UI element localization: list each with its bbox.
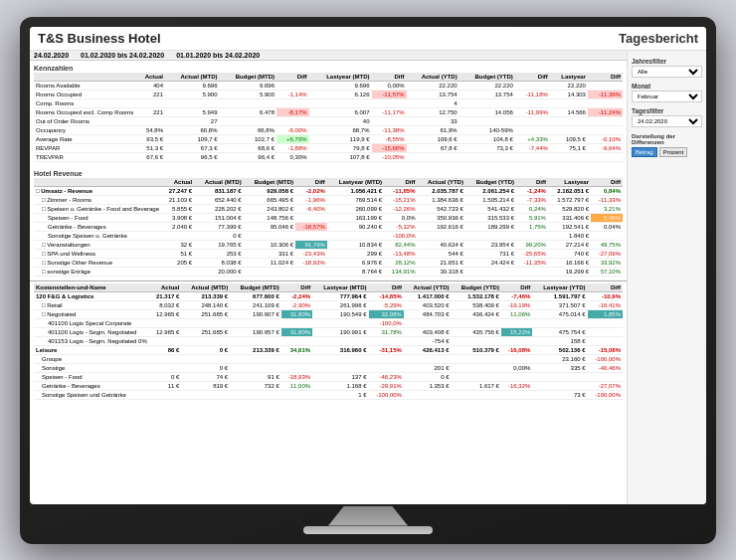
col-actual-mtd: Actual (MTD) — [194, 178, 244, 187]
table-row: 401100 Logis Specal Corporate -100,0% — [34, 318, 623, 327]
table-row: REVPAR 51,3 € 67,3 € 68,6 € -1,88% 79,8 … — [34, 143, 623, 152]
col-name — [34, 178, 161, 187]
tagesfilter-select[interactable]: 24.02.2020 — [632, 115, 702, 127]
col-diff2: Diff — [384, 178, 417, 187]
screen: T&S Business Hotel Tagesbericht 24.02.20… — [30, 27, 706, 504]
monitor-base — [303, 526, 433, 534]
col-actual-ytd: Actual (YTD) — [418, 178, 465, 187]
hotel-revenue-section: Hotel Revenue Actual Actual (MTD) Budget… — [30, 166, 627, 279]
col-diff2: Diff — [369, 283, 404, 292]
col-lastyear: Lastyear (MTD) — [309, 73, 372, 82]
col-diff1: Diff — [276, 73, 309, 82]
col-diff2: Diff — [372, 73, 407, 82]
col-actual-mtd: Actual (MTD) — [165, 73, 219, 82]
table-row: Groupe 23.160 € — [34, 354, 623, 363]
hotel-revenue-title: Hotel Revenue — [34, 170, 623, 177]
table-row: □ Umsatz - Revenue 27.247 € 831.187 € 92… — [34, 186, 623, 195]
header: T&S Business Hotel Tagesbericht — [30, 27, 706, 51]
btn-betrag[interactable]: Betrag — [632, 147, 657, 157]
col-lastyear: Lastyear (MTD) — [327, 178, 384, 187]
table-row: Leisure 86 € 0 € 213.339 € 34,61% 316.96… — [34, 345, 623, 354]
col-budget-mtd: Budget (MTD) — [244, 178, 295, 187]
darstellung-label: Darstellung der Differenzen — [632, 133, 702, 145]
table-row: Rooms Available 404 9.696 9.696 9.696 0,… — [34, 81, 623, 90]
monitor-stand — [328, 506, 408, 526]
col-lastyear2: Lastyear — [550, 73, 588, 82]
jahresfilter-select[interactable]: Alle — [632, 66, 702, 78]
table-row: 401100 Logis - Segm. Negotiated 12.965 €… — [34, 327, 623, 336]
monitor: T&S Business Hotel Tagesbericht 24.02.20… — [20, 17, 716, 544]
table-row: Getränke - Beverages 2.040 € 77.399 € 95… — [34, 222, 623, 231]
date-range-mtd: 01.02.2020 bis 24.02.2020 — [81, 52, 164, 59]
col-diff4: Diff — [588, 283, 623, 292]
col-actual-ytd: Actual (YTD) — [407, 73, 460, 82]
darstellung-buttons: Betrag Prozent — [632, 147, 702, 157]
hotel-revenue-table: Actual Actual (MTD) Budget (MTD) Diff La… — [34, 178, 623, 277]
table-row: Rooms Occupied excl. Comp Rooms 221 5.94… — [34, 107, 623, 116]
main-area: 24.02.2020 01.02.2020 bis 24.02.2020 01.… — [30, 51, 627, 504]
col-budget-ytd: Budget (YTD) — [452, 283, 501, 292]
col-diff1: Diff — [281, 283, 312, 292]
col-lastyear2: Lastyear (YTD) — [532, 283, 587, 292]
tagesfilter-label: Tagesfilter — [632, 107, 702, 114]
table-row: Out of Order Rooms 27 40 33 — [34, 116, 623, 125]
kennzahlen-table: Actual Actual (MTD) Budget (MTD) Diff La… — [34, 73, 623, 162]
table-row: 401153 Logis - Segm. Negotiated 0% -754 … — [34, 336, 623, 345]
btn-prozent[interactable]: Prozent — [659, 147, 688, 157]
monat-select[interactable]: Februar — [632, 91, 702, 102]
col-kostenst-name: Kostenstellen-und-Name — [34, 283, 149, 292]
table-row: □ sonstige Erträge 20.000 € 8.764 € 134,… — [34, 267, 623, 276]
table-row: □ Zimmer - Rooms 21.103 € 652.440 € 665.… — [34, 195, 623, 204]
table-row: Sonstige Speisen u. Getränke 0 € -100,0% — [34, 231, 623, 240]
col-diff4: Diff — [591, 178, 623, 187]
date-range-ytd: 01.01.2020 bis 24.02.2020 — [176, 52, 260, 59]
col-diff1: Diff — [295, 178, 327, 187]
col-diff4: Diff — [588, 73, 623, 82]
col-actual-ytd: Actual (YTD) — [404, 283, 452, 292]
col-diff3: Diff — [515, 73, 550, 82]
content-area: 24.02.2020 01.02.2020 bis 24.02.2020 01.… — [30, 51, 706, 504]
date-single: 24.02.2020 — [34, 52, 69, 59]
jahresfilter-label: Jahresfilter — [632, 58, 702, 65]
report-title: Tagesbericht — [619, 31, 698, 46]
table-row: □ Speisen u. Getränke - Food and Beverag… — [34, 204, 623, 213]
hotel-title: T&S Business Hotel — [38, 31, 161, 46]
table-row: Rooms Occupied 221 5.900 5.900 -1,14% 6.… — [34, 90, 623, 98]
col-budget-ytd: Budget (YTD) — [460, 73, 515, 82]
table-row: Sonstige 0 € 201 € 0,00% 335 € — [34, 363, 623, 372]
table-row: Speisen - Food 0 € 74 € 91 € -18,93% 137… — [34, 372, 623, 381]
table-row: Occupancy 54,8% 60,8% 66,8% -6,00% 68,7%… — [34, 125, 623, 134]
sidebar: Jahresfilter Alle Monat Februar Tagesfil… — [627, 51, 706, 504]
table-row: □ Retail 8.032 € 248.140 € 241.109 € -2,… — [34, 300, 623, 309]
col-actual: Actual — [149, 283, 182, 292]
table-row: □ Sonstige Other Revenue 205 € 8.038 € 1… — [34, 258, 623, 267]
table-row: Getränke - Beverages 11 € 819 € 732 € 11… — [34, 381, 623, 390]
kennzahlen-section: Kennzahlen Actual Actual (MTD) Budget (M… — [30, 61, 627, 164]
col-diff3: Diff — [501, 283, 532, 292]
monat-label: Monat — [632, 83, 702, 90]
col-lastyear: Lastyear (MTD) — [312, 283, 368, 292]
table-row: □ SPA und Wellness 51 € 253 € 331 € -23,… — [34, 249, 623, 258]
col-actual: Actual — [161, 178, 194, 187]
col-actual-mtd: Actual (MTD) — [181, 283, 230, 292]
col-actual: Actual — [135, 73, 165, 82]
table-row: Speisen - Food 3.908 € 151.004 € 148.756… — [34, 213, 623, 222]
kostenstellen-section: Kostenstellen-und-Name Actual Actual (MT… — [30, 280, 627, 402]
col-lastyear2: Lastyear — [548, 178, 591, 187]
col-budget-mtd: Budget (MTD) — [220, 73, 277, 82]
col-budget-ytd: Budget (YTD) — [465, 178, 516, 187]
col-budget-mtd: Budget (MTD) — [230, 283, 281, 292]
table-row: Sonstige Speisen und Getränke 1 € -100,0… — [34, 390, 623, 399]
kostenstellen-table: Kostenstellen-und-Name Actual Actual (MT… — [34, 283, 623, 400]
col-name — [34, 73, 135, 82]
table-row: Comp. Rooms 4 — [34, 98, 623, 107]
table-row: 120 F&G & Logistics 21.317 € 213.339 € 6… — [34, 291, 623, 300]
kennzahlen-title: Kennzahlen — [34, 65, 623, 72]
table-row: TREVPAR 67,6 € 96,5 € 96,4 € 0,30% 107,8… — [34, 152, 623, 161]
table-row: Average Rate 93,5 € 109,7 € 102,7 € +6,7… — [34, 134, 623, 143]
table-row: □ Negotiated 12.965 € 251.685 € 190.907 … — [34, 309, 623, 318]
col-diff3: Diff — [516, 178, 548, 187]
table-row: □ Veranstaltungen 32 € 19.765 € 10.306 €… — [34, 240, 623, 249]
date-bar: 24.02.2020 01.02.2020 bis 24.02.2020 01.… — [30, 51, 627, 61]
